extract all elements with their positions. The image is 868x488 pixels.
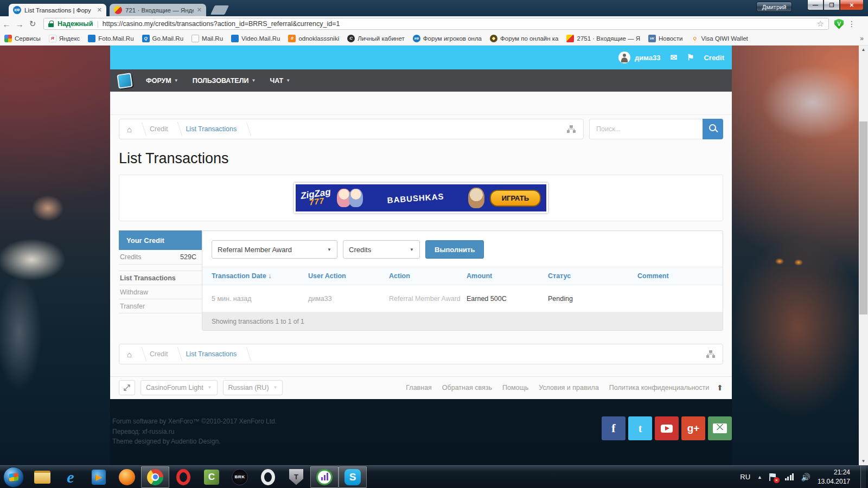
sitemap-icon[interactable]	[706, 350, 715, 358]
banner-play-button[interactable]: ИГРАТЬ	[490, 190, 541, 207]
bookmark-go-mailru[interactable]: QGo.Mail.Ru	[142, 35, 184, 42]
taskbar-item-brk[interactable]: BRK	[226, 466, 254, 488]
youtube-icon[interactable]	[655, 416, 679, 440]
twitter-icon[interactable]: t	[628, 416, 652, 440]
scrollbar-up-icon[interactable]: ▲	[859, 46, 868, 54]
tray-network-icon[interactable]	[785, 473, 794, 480]
footer-link-terms[interactable]: Условия и правила	[539, 384, 599, 391]
col-status[interactable]: Статус	[548, 272, 637, 280]
breadcrumb-credit[interactable]: Credit	[150, 350, 168, 358]
bookmark-cabinet[interactable]: CЛичный кабинет	[347, 35, 405, 42]
bookmark-mailru[interactable]: Mail.Ru	[192, 35, 223, 42]
sidebar-item-list-transactions[interactable]: List Transactions	[119, 271, 202, 285]
footer-link-contact[interactable]: Обратная связь	[442, 384, 492, 391]
security-label[interactable]: Надежный	[58, 20, 93, 28]
taskbar-item-opera-silver[interactable]	[254, 466, 282, 488]
start-button[interactable]	[3, 467, 24, 487]
close-button[interactable]: ✕	[840, 0, 864, 10]
scroll-top-icon[interactable]: ⬆	[717, 383, 723, 392]
taskbar-item-internet-explorer[interactable]: e	[56, 466, 85, 488]
footer-link-home[interactable]: Главная	[406, 384, 432, 391]
chrome-profile-button[interactable]: Дмитрий	[756, 2, 792, 12]
nav-users[interactable]: ПОЛЬЗОВАТЕЛИ▼	[193, 77, 256, 85]
taskbar-item-camtasia[interactable]: C	[197, 466, 226, 488]
bookmark-forum-casino[interactable]: Форум по онлайн ка	[490, 35, 558, 42]
language-chooser[interactable]: Russian (RU) ▼	[223, 380, 283, 395]
currency-select[interactable]: Credits ▼	[343, 240, 420, 259]
url-text[interactable]: https://casino.my/credits/transactions?a…	[103, 20, 813, 28]
footer-link-help[interactable]: Помощь	[502, 384, 528, 391]
col-action[interactable]: Action	[389, 272, 467, 280]
bookmark-yandex[interactable]: ЯЯндекс	[49, 35, 80, 42]
action-center-flag-icon[interactable]	[769, 473, 778, 481]
googleplus-icon[interactable]: g+	[681, 416, 705, 440]
show-desktop-button[interactable]	[860, 466, 866, 488]
url-bar[interactable]: Надежный | https://casino.my/credits/tra…	[43, 18, 829, 30]
tab-close-icon[interactable]: ✕	[197, 7, 202, 14]
tray-clock[interactable]: 21:24 13.04.2017	[818, 468, 853, 485]
bookmark-foto-mailru[interactable]: Foto.Mail.Ru	[88, 35, 133, 42]
sort-desc-icon[interactable]: ↓	[268, 272, 271, 280]
minimize-button[interactable]: —	[807, 0, 824, 10]
forward-icon[interactable]: →	[13, 20, 26, 29]
search-input[interactable]	[589, 119, 703, 139]
bookmark-forum-players[interactable]: КФФорум игроков онла	[413, 35, 482, 42]
restore-button[interactable]: ❐	[824, 0, 840, 10]
bookmark-news[interactable]: VKНовости	[648, 35, 683, 42]
tab-close-icon[interactable]: ✕	[97, 7, 102, 14]
username[interactable]: дима33	[635, 54, 660, 62]
inbox-envelope-icon[interactable]: ✉	[670, 53, 677, 62]
home-icon[interactable]: ⌂	[127, 350, 132, 359]
facebook-icon[interactable]: f	[602, 416, 626, 440]
bookmark-odnoklassniki[interactable]: 8odnoklasssniki	[288, 35, 339, 42]
language-indicator[interactable]: RU	[740, 473, 750, 481]
scrollbar-thumb[interactable]	[859, 121, 867, 314]
breadcrumb-list-transactions[interactable]: List Transactions	[186, 350, 237, 358]
chrome-menu-icon[interactable]: ⋮	[848, 20, 856, 28]
adguard-shield-icon[interactable]: V	[834, 19, 844, 29]
bookmark-video-mailru[interactable]: Video.Mail.Ru	[231, 35, 280, 42]
bookmark-star-icon[interactable]: ☆	[817, 19, 824, 29]
execute-button[interactable]: Выполнить	[425, 240, 484, 259]
bookmark-qiwi[interactable]: QVisa QIWI Wallet	[691, 35, 748, 42]
scrollbar-down-icon[interactable]: ▼	[859, 457, 868, 465]
action-select[interactable]: Referral Member Award ▼	[212, 240, 337, 259]
tab-list-transactions[interactable]: КФ List Transactions | Фору ✕	[9, 4, 106, 16]
footer-link-privacy[interactable]: Политика конфиденциальности	[609, 384, 709, 391]
sidebar-item-withdraw[interactable]: Withdraw	[119, 285, 202, 299]
bookmark-services[interactable]: Сервисы	[4, 35, 41, 42]
site-logo[interactable]	[117, 73, 132, 88]
bookmark-yandex-inbox[interactable]: 2751 · Входящие — Я	[566, 35, 640, 42]
expand-width-button[interactable]	[119, 380, 135, 395]
col-amount[interactable]: Amount	[467, 272, 548, 280]
taskbar-item-media-player[interactable]: ▶	[85, 466, 113, 488]
ad-banner[interactable]: ZigZag 777 BABUSHKAS ИГРАТЬ	[294, 183, 548, 213]
taskbar-item-modem[interactable]	[310, 466, 339, 488]
email-icon[interactable]	[708, 416, 732, 440]
home-icon[interactable]: ⌂	[127, 125, 132, 134]
bookmarks-overflow-icon[interactable]: »	[860, 35, 864, 42]
taskbar-item-firefox[interactable]	[113, 466, 141, 488]
taskbar-item-world-of-tanks[interactable]: T	[282, 466, 310, 488]
col-user-action[interactable]: User Action	[308, 272, 389, 280]
browser-scrollbar[interactable]: ▲ ▼	[859, 46, 868, 465]
user-menu[interactable]: дима33	[618, 52, 660, 63]
style-chooser[interactable]: CasinoForum Light ▼	[141, 380, 218, 395]
alerts-flag-icon[interactable]: ⚑	[687, 53, 694, 62]
breadcrumb-list-transactions[interactable]: List Transactions	[186, 125, 237, 133]
breadcrumb-credit[interactable]: Credit	[150, 125, 168, 133]
search-button[interactable]	[703, 119, 723, 139]
tab-yandex-mail[interactable]: 721 · Входящие — Янде ✕	[110, 4, 206, 16]
tray-expand-icon[interactable]: ▲	[757, 474, 762, 480]
nav-forum[interactable]: ФОРУМ▼	[146, 77, 178, 85]
tray-volume-icon[interactable]: 🔊	[801, 473, 810, 481]
taskbar-item-skype[interactable]: S	[339, 466, 367, 488]
taskbar-item-opera[interactable]	[169, 466, 197, 488]
refresh-icon[interactable]: ↻	[26, 19, 39, 29]
nav-chat[interactable]: ЧАТ▼	[270, 77, 290, 85]
cell-user[interactable]: дима33	[308, 295, 389, 303]
credit-link[interactable]: Credit	[704, 54, 724, 62]
col-transaction-date[interactable]: Transaction Date ↓	[212, 272, 308, 280]
taskbar-item-explorer[interactable]	[28, 466, 56, 488]
sidebar-item-transfer[interactable]: Transfer	[119, 299, 202, 313]
